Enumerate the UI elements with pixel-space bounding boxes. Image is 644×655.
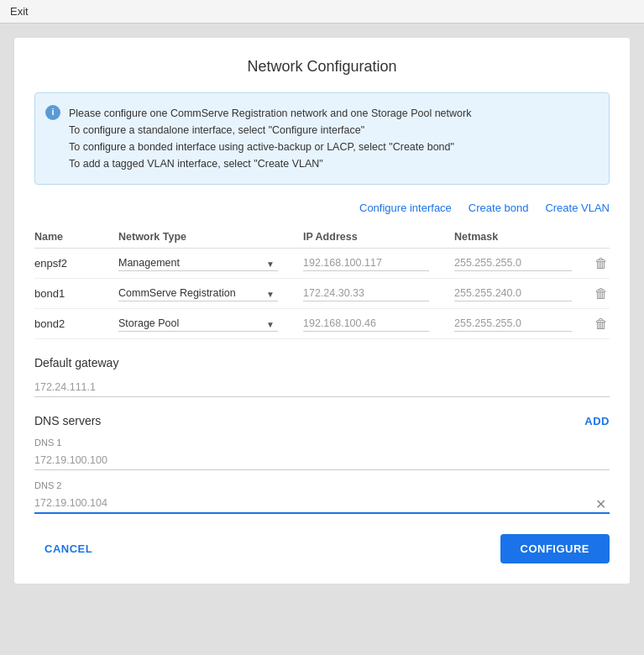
info-icon: i [45, 105, 60, 120]
table-row: bond1 Management CommServe Registration … [34, 279, 610, 309]
row1-netmask-input[interactable] [454, 286, 572, 301]
info-line3: To configure a bonded interface using ac… [69, 139, 597, 155]
row0-network-type-select[interactable]: Management CommServe Registration Storag… [118, 255, 278, 271]
row1-network-type-select[interactable]: Management CommServe Registration Storag… [118, 286, 278, 301]
dns2-label: DNS 2 [34, 480, 610, 490]
dns2-input-wrapper: ✕ [34, 494, 610, 514]
row0-network-type-cell: Management CommServe Registration Storag… [118, 255, 303, 271]
row1-delete-button[interactable]: 🗑 [589, 286, 614, 301]
configure-interface-link[interactable]: Configure interface [359, 202, 452, 214]
row1-ip-cell [303, 286, 454, 301]
dns-servers-title: DNS servers [34, 414, 101, 427]
configure-button[interactable]: CONFIGURE [500, 534, 610, 563]
col-ip-address: IP Address [303, 231, 454, 243]
col-network-type: Network Type [118, 231, 303, 243]
row2-netmask-cell [454, 316, 589, 332]
col-name: Name [34, 231, 118, 243]
top-bar: Exit [0, 0, 644, 24]
info-line2: To configure a standalone interface, sel… [69, 122, 597, 139]
row1-netmask-cell [454, 286, 589, 301]
footer-bar: CANCEL CONFIGURE [34, 534, 610, 563]
main-container: Network Configuration i Please configure… [0, 24, 644, 650]
row2-network-type-wrapper: Management CommServe Registration Storag… [118, 316, 278, 332]
exit-link[interactable]: Exit [10, 5, 29, 18]
row0-network-type-wrapper: Management CommServe Registration Storag… [118, 255, 278, 271]
dns-header: DNS servers ADD [34, 414, 610, 427]
col-netmask: Netmask [454, 231, 589, 243]
action-links: Configure interface Create bond Create V… [34, 202, 610, 214]
row1-network-type-wrapper: Management CommServe Registration Storag… [118, 286, 278, 301]
row0-ip-cell [303, 255, 454, 271]
row2-network-type-cell: Management CommServe Registration Storag… [118, 316, 303, 332]
row2-ip-input[interactable] [303, 316, 429, 332]
page-title: Network Configuration [34, 58, 610, 76]
create-vlan-link[interactable]: Create VLAN [545, 202, 610, 214]
dns1-field: DNS 1 [34, 438, 610, 470]
table-header: Name Network Type IP Address Netmask [34, 226, 610, 249]
dns1-label: DNS 1 [34, 438, 610, 448]
dns2-input[interactable] [34, 494, 610, 514]
table-row: enpsf2 Management CommServe Registration… [34, 249, 610, 279]
row1-network-type-cell: Management CommServe Registration Storag… [118, 286, 303, 301]
default-gateway-label: Default gateway [34, 356, 610, 369]
gateway-input[interactable] [34, 378, 610, 397]
row0-delete-button[interactable]: 🗑 [589, 256, 614, 271]
dns1-input[interactable] [34, 451, 610, 470]
row0-name: enpsf2 [34, 257, 118, 270]
row0-netmask-cell [454, 255, 589, 271]
row2-network-type-select[interactable]: Management CommServe Registration Storag… [118, 316, 278, 332]
row2-name: bond2 [34, 317, 118, 330]
card: Network Configuration i Please configure… [13, 37, 631, 584]
row1-name: bond1 [34, 287, 118, 300]
info-box: i Please configure one CommServe Registr… [34, 92, 610, 185]
row0-netmask-input[interactable] [454, 255, 572, 271]
row2-delete-button[interactable]: 🗑 [589, 317, 614, 332]
row2-netmask-input[interactable] [454, 316, 572, 332]
table-row: bond2 Management CommServe Registration … [34, 309, 610, 339]
cancel-button[interactable]: CANCEL [34, 536, 102, 562]
row1-ip-input[interactable] [303, 286, 429, 301]
add-dns-button[interactable]: ADD [584, 415, 610, 427]
info-line4: To add a tagged VLAN interface, select "… [69, 155, 597, 172]
create-bond-link[interactable]: Create bond [469, 202, 529, 214]
row2-ip-cell [303, 316, 454, 332]
dns2-field: DNS 2 ✕ [34, 480, 610, 514]
row0-ip-input[interactable] [303, 255, 429, 271]
info-line1: Please configure one CommServe Registrat… [69, 105, 597, 122]
dns2-clear-icon[interactable]: ✕ [595, 496, 606, 512]
